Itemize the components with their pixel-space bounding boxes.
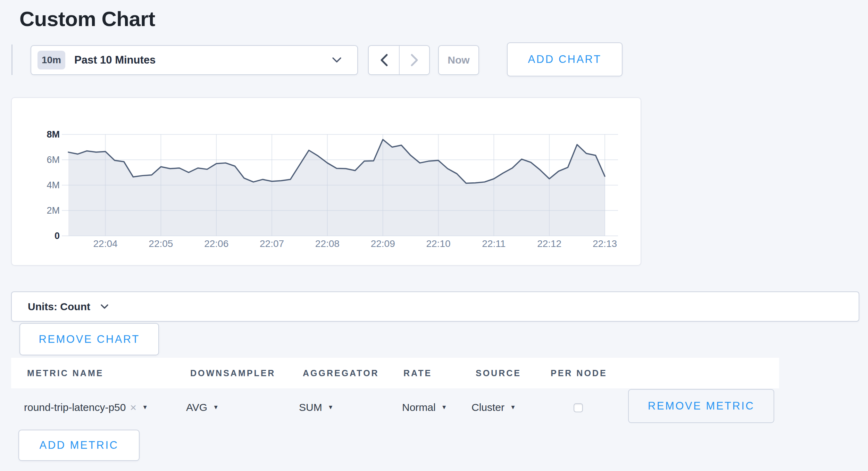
toolbar-left-rule bbox=[11, 44, 12, 75]
column-header-per-node: PER NODE bbox=[551, 368, 607, 378]
custom-chart-page: Custom Chart 10m Past 10 Minutes Now ADD… bbox=[0, 0, 868, 471]
svg-text:0: 0 bbox=[55, 231, 60, 241]
source-dropdown[interactable]: Cluster ▼ bbox=[471, 398, 516, 417]
chart-card: 22:0422:0522:0622:0722:0822:0922:1022:11… bbox=[11, 97, 641, 266]
remove-metric-button[interactable]: REMOVE METRIC bbox=[628, 389, 774, 423]
svg-text:22:08: 22:08 bbox=[315, 238, 340, 249]
svg-text:6M: 6M bbox=[47, 155, 60, 165]
svg-text:22:05: 22:05 bbox=[149, 238, 173, 249]
aggregator-dropdown[interactable]: SUM ▼ bbox=[299, 398, 334, 417]
chevron-down-icon bbox=[100, 304, 109, 310]
chevron-left-icon bbox=[379, 53, 389, 67]
downsampler-value: AVG bbox=[186, 402, 207, 413]
caret-down-icon: ▼ bbox=[142, 404, 148, 411]
caret-down-icon: ▼ bbox=[328, 404, 334, 411]
column-header-downsampler: DOWNSAMPLER bbox=[190, 368, 275, 378]
svg-text:22:10: 22:10 bbox=[426, 238, 450, 249]
svg-text:22:09: 22:09 bbox=[371, 238, 395, 249]
remove-chart-button[interactable]: REMOVE CHART bbox=[19, 323, 159, 355]
time-window-dropdown[interactable]: 10m Past 10 Minutes bbox=[31, 45, 358, 75]
page-title: Custom Chart bbox=[19, 7, 155, 31]
metric-name-value: round-trip-latency-p50 bbox=[24, 402, 126, 413]
units-dropdown[interactable]: Units: Count bbox=[11, 291, 859, 322]
prev-time-button[interactable] bbox=[369, 46, 399, 74]
svg-text:22:04: 22:04 bbox=[93, 238, 118, 249]
time-window-badge: 10m bbox=[37, 51, 65, 69]
time-series-chart: 22:0422:0522:0622:0722:0822:0922:1022:11… bbox=[11, 97, 641, 266]
svg-text:22:07: 22:07 bbox=[260, 238, 284, 249]
time-window-label: Past 10 Minutes bbox=[74, 54, 156, 66]
chevron-right-icon bbox=[410, 53, 419, 67]
chevron-down-icon bbox=[332, 57, 342, 64]
svg-text:8M: 8M bbox=[47, 129, 60, 140]
svg-text:22:11: 22:11 bbox=[482, 238, 506, 249]
column-header-source: SOURCE bbox=[476, 368, 521, 378]
metrics-table-header: METRIC NAME DOWNSAMPLER AGGREGATOR RATE … bbox=[11, 358, 779, 388]
svg-text:4M: 4M bbox=[47, 180, 60, 190]
column-header-aggregator: AGGREGATOR bbox=[303, 368, 379, 378]
downsampler-dropdown[interactable]: AVG ▼ bbox=[186, 398, 219, 417]
column-header-rate: RATE bbox=[403, 368, 432, 378]
caret-down-icon: ▼ bbox=[441, 404, 447, 411]
svg-text:22:06: 22:06 bbox=[204, 238, 228, 249]
source-value: Cluster bbox=[471, 402, 504, 413]
svg-text:22:12: 22:12 bbox=[537, 238, 561, 249]
svg-text:2M: 2M bbox=[47, 205, 60, 216]
clear-metric-icon[interactable]: × bbox=[130, 402, 136, 413]
add-chart-button[interactable]: ADD CHART bbox=[507, 42, 623, 76]
time-nav-group bbox=[368, 45, 430, 75]
rate-value: Normal bbox=[402, 402, 436, 413]
svg-text:22:13: 22:13 bbox=[593, 238, 617, 249]
per-node-checkbox[interactable] bbox=[574, 403, 583, 412]
aggregator-value: SUM bbox=[299, 402, 322, 413]
column-header-metric-name: METRIC NAME bbox=[27, 368, 103, 378]
caret-down-icon: ▼ bbox=[510, 404, 516, 411]
rate-dropdown[interactable]: Normal ▼ bbox=[402, 398, 447, 417]
metric-name-dropdown[interactable]: round-trip-latency-p50 × ▼ bbox=[24, 398, 148, 417]
units-label: Units: Count bbox=[28, 301, 90, 313]
caret-down-icon: ▼ bbox=[213, 404, 219, 411]
add-metric-button[interactable]: ADD METRIC bbox=[18, 430, 140, 461]
now-button[interactable]: Now bbox=[438, 45, 479, 75]
next-time-button[interactable] bbox=[399, 46, 429, 74]
